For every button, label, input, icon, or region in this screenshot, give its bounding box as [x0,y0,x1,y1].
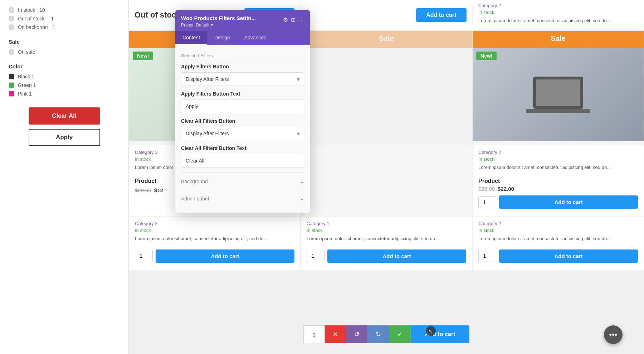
filter-item-green[interactable]: Green 1 [9,82,120,88]
add-to-cart-btn-3[interactable]: Add to cart [499,195,638,209]
undo-icon: ↺ [354,330,360,338]
toolbar-cancel-btn[interactable]: ✕ [325,325,346,343]
add-to-cart-btn-br[interactable]: Add to cart [499,249,638,263]
add-to-cart-top-mid[interactable]: Add to cart [416,8,466,22]
product-info-br: Category 2 In stock Lorem ipsum dolor si… [473,217,644,249]
product-image-3: Sale New! [473,31,644,145]
color-swatch-black [9,74,14,79]
category-3[interactable]: Category 2 [478,150,638,155]
clear-all-text-heading: Clear All Filters Button Text [181,145,304,151]
checkbox-instock[interactable] [9,7,14,13]
stock-bl: In stock [135,228,294,233]
clear-all-text-input[interactable] [181,154,304,168]
products-grid-row3: Category 3 In stock Lorem ipsum dolor si… [129,216,644,270]
background-collapsible[interactable]: Background ⌄ [181,173,304,190]
apply-filters-text-heading: Apply Filters Button Text [181,91,304,97]
category-top-right[interactable]: Category 2 [478,3,638,8]
out-of-stock-top: Out of stock [135,10,180,20]
filter-count-outofstock: 1 [48,16,54,21]
background-chevron-icon: ⌄ [299,178,304,185]
panel-title: Woo Products Filters Settin... [181,15,280,21]
sidebar-buttons: Clear All Apply [9,107,120,146]
sale-price-3: $22.00 [498,186,514,192]
fab-button[interactable]: ••• [604,325,623,344]
toolbar-redo-btn[interactable]: ↻ [368,325,389,343]
stock-bm: In stock [307,228,466,233]
sale-price-1: $12 [154,187,163,193]
filter-item-backorder[interactable]: On backorder 1 [9,24,120,30]
settings-panel: Woo Products Filters Settin... Preset: D… [175,10,310,213]
checkbox-outofstock[interactable] [9,16,14,21]
panel-body: Selected Filters Apply Filters Button Di… [175,45,310,213]
bottom-toolbar: 1 ✕ ↺ ↻ ✓ Add to cart [303,325,469,343]
filter-item-black[interactable]: Black 1 [9,74,120,79]
page-wrapper: In stock 10 Out of stock 1 On backorder … [0,0,644,354]
products-area: Out of stock Add to cart 1 Add to cart C… [129,0,644,354]
dots-icon: ••• [609,330,617,339]
price-3: $26.00 $22.00 [478,186,638,192]
tab-advanced[interactable]: Advanced [237,31,274,45]
stock-br: In stock [478,228,638,233]
clear-all-button[interactable]: Clear All [29,107,100,125]
filter-label-backorder: On backorder 1 [18,24,55,30]
filter-item-pink[interactable]: Pink 1 [9,91,120,97]
settings-icon[interactable]: ⚙ [283,16,288,23]
product-img-placeholder-3 [473,48,644,141]
toolbar-undo-btn[interactable]: ↺ [346,325,368,343]
apply-filters-select[interactable]: Display After Filters Display Before Fil… [181,72,304,86]
product-card-bl: Category 3 In stock Lorem ipsum dolor si… [129,216,301,270]
panel-preset[interactable]: Preset: Default ▾ [181,23,280,28]
filter-label-instock: In stock 10 [18,7,45,13]
add-to-cart-row-3: Add to cart [473,195,644,209]
category-bm[interactable]: Category 1 [307,221,466,226]
toolbar-confirm-btn[interactable]: ✓ [389,325,411,343]
desc-br: Lorem ipsum dolor sit amet, consectetur … [478,235,638,242]
toolbar-add-to-cart-btn[interactable]: Add to cart [411,325,469,343]
filter-label-green: Green 1 [18,82,36,88]
color-swatch-green [9,82,14,88]
sale-section-title: Sale [9,39,120,45]
clear-all-select[interactable]: Display After Filters Display Before Fil… [181,127,304,140]
product-info-bl: Category 3 In stock Lorem ipsum dolor si… [129,217,300,249]
checkbox-backorder[interactable] [9,24,14,30]
sale-label-3: Sale [473,34,644,43]
color-section-title: Color [9,63,120,69]
cursor-dot: ↖ [426,326,436,336]
background-label: Background [181,179,208,184]
original-price-3: $26.00 [478,186,495,192]
filter-label-black: Black 1 [18,74,34,79]
new-badge-1: New! [133,52,153,60]
grid-icon[interactable]: ⊞ [291,16,296,23]
filter-item-instock[interactable]: In stock 10 [9,7,120,13]
apply-filters-text-input[interactable] [181,100,304,113]
new-badge-3: New! [476,52,497,60]
qty-input-bm[interactable] [307,250,325,262]
filter-item-outofstock[interactable]: Out of stock 1 [9,16,120,21]
product-card-br: Category 2 In stock Lorem ipsum dolor si… [472,216,644,270]
desc-bl: Lorem ipsum dolor sit amet, consectetur … [135,235,294,242]
category-bl[interactable]: Category 3 [135,221,294,226]
qty-input-3[interactable] [478,196,496,208]
filter-section-stock: In stock 10 Out of stock 1 On backorder … [9,7,120,30]
apply-button[interactable]: Apply [29,129,100,146]
add-to-cart-btn-bl[interactable]: Add to cart [156,249,294,263]
apply-filters-select-wrapper: Display After Filters Display Before Fil… [181,72,304,86]
svg-rect-2 [526,109,590,113]
qty-input-bl[interactable] [135,250,153,262]
add-to-cart-btn-bm[interactable]: Add to cart [327,249,466,263]
filter-label-outofstock: Out of stock [18,16,45,21]
tab-design[interactable]: Design [207,31,237,45]
category-br[interactable]: Category 2 [478,221,638,226]
qty-input-br[interactable] [478,250,496,262]
stock-3: In stock [478,156,638,162]
product-name-1: Product [135,178,156,184]
panel-header: Woo Products Filters Settin... Preset: D… [175,10,310,31]
filter-section-color: Color Black 1 Green 1 Pink 1 [9,63,120,97]
checkbox-onsale[interactable] [9,49,14,55]
product-info-3: Category 2 In stock Lorem ipsum dolor si… [473,145,644,178]
tab-content[interactable]: Content [175,31,207,45]
more-icon[interactable]: ⋮ [298,16,304,23]
filter-item-onsale[interactable]: On sale [9,49,120,55]
admin-label-collapsible[interactable]: Admin Label ⌄ [181,190,304,207]
filter-label-onsale: On sale [18,49,35,55]
